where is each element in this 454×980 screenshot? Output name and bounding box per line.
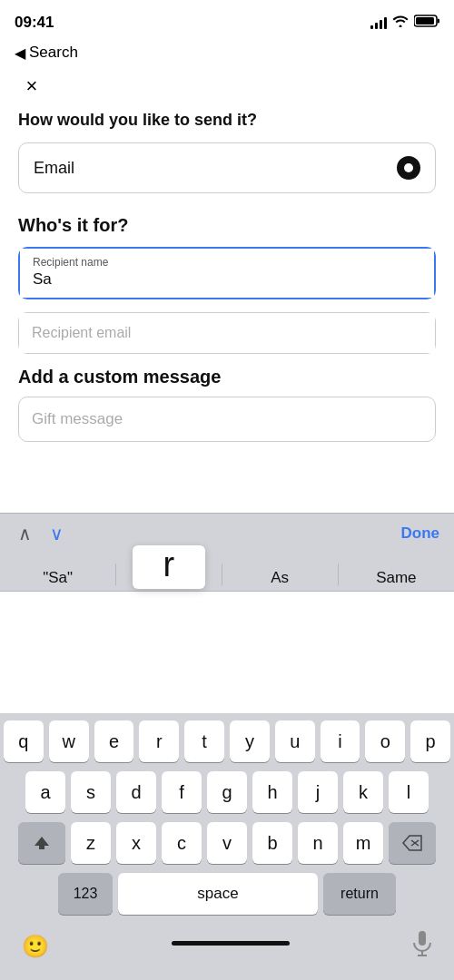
key-numbers[interactable]: 123 <box>58 873 113 915</box>
keyboard: q w e r t y u i o p a s d f g h j k l z … <box>0 713 454 980</box>
custom-message-section: Add a custom message Gift message <box>18 367 436 442</box>
key-w[interactable]: w <box>49 720 89 762</box>
key-t[interactable]: t <box>184 720 224 762</box>
key-z[interactable]: z <box>71 822 111 864</box>
email-label: Email <box>34 159 74 178</box>
status-icons <box>370 15 439 31</box>
battery-icon <box>414 15 439 31</box>
key-v[interactable]: v <box>207 822 247 864</box>
toolbar-done-button[interactable]: Done <box>401 524 440 543</box>
key-h[interactable]: h <box>252 771 292 813</box>
svg-rect-6 <box>419 931 426 946</box>
toolbar-nav: ∧ ∨ <box>15 521 67 546</box>
autocomplete-sa[interactable]: "Sa" <box>0 565 115 591</box>
email-radio[interactable] <box>397 156 420 180</box>
key-a[interactable]: a <box>25 771 65 813</box>
key-b[interactable]: b <box>252 822 292 864</box>
key-p[interactable]: p <box>410 720 450 762</box>
emoji-button[interactable]: 🙂 <box>22 934 49 959</box>
svg-marker-3 <box>35 837 49 849</box>
toolbar-next-btn[interactable]: ∨ <box>46 521 67 546</box>
toolbar-prev-btn[interactable]: ∧ <box>15 521 35 546</box>
wifi-icon <box>392 15 409 31</box>
key-c[interactable]: c <box>162 822 202 864</box>
mic-button[interactable] <box>412 931 432 962</box>
svg-rect-1 <box>438 19 440 24</box>
key-n[interactable]: n <box>298 822 338 864</box>
close-button[interactable]: × <box>18 73 45 100</box>
keyboard-row-1: q w e r t y u i o p <box>4 720 450 762</box>
keyboard-toolbar: ∧ ∨ Done <box>0 513 454 554</box>
recipient-name-label: Recipient name <box>20 249 434 269</box>
recipient-section-label: Who's it for? <box>18 215 436 236</box>
autocomplete-same[interactable]: Same <box>339 565 454 591</box>
key-shift[interactable] <box>18 822 65 864</box>
key-backspace[interactable] <box>389 822 436 864</box>
key-f[interactable]: f <box>162 771 202 813</box>
autocomplete-r[interactable]: r <box>133 545 205 589</box>
status-time: 09:41 <box>15 14 54 32</box>
svg-rect-2 <box>416 17 434 24</box>
key-m[interactable]: m <box>343 822 383 864</box>
keyboard-row-2: a s d f g h j k l <box>4 771 450 813</box>
key-k[interactable]: k <box>343 771 383 813</box>
radio-inner <box>404 163 413 172</box>
nav-bar: ◀ Search <box>0 40 454 69</box>
key-r[interactable]: r <box>139 720 179 762</box>
autocomplete-sep-1 <box>115 564 116 585</box>
email-option[interactable]: Email <box>18 142 436 193</box>
key-return[interactable]: return <box>323 873 396 915</box>
recipient-name-field-container[interactable]: Recipient name <box>18 247 436 299</box>
key-j[interactable]: j <box>298 771 338 813</box>
custom-message-label: Add a custom message <box>18 367 436 387</box>
back-button[interactable]: ◀ Search <box>15 44 78 62</box>
key-x[interactable]: x <box>116 822 156 864</box>
key-o[interactable]: o <box>365 720 405 762</box>
keyboard-row-3: z x c v b n m <box>4 822 450 864</box>
recipient-name-input[interactable] <box>20 269 434 298</box>
home-indicator <box>172 941 290 946</box>
key-space[interactable]: space <box>118 873 318 915</box>
emoji-mic-bar: 🙂 <box>4 924 450 976</box>
key-i[interactable]: i <box>321 720 360 762</box>
recipient-email-field-container[interactable] <box>18 312 436 354</box>
main-content: × How would you like to send it? Email W… <box>0 73 454 442</box>
key-q[interactable]: q <box>4 720 44 762</box>
signal-icon <box>370 16 387 29</box>
back-chevron-icon: ◀ <box>15 44 25 62</box>
autocomplete-bar: "Sa" r As Same <box>0 554 454 592</box>
status-bar: 09:41 <box>0 0 454 40</box>
back-label: Search <box>29 44 78 62</box>
key-g[interactable]: g <box>207 771 247 813</box>
recipient-email-input[interactable] <box>19 313 435 353</box>
key-d[interactable]: d <box>116 771 156 813</box>
keyboard-row-4: 123 space return <box>4 873 450 915</box>
key-e[interactable]: e <box>94 720 134 762</box>
send-question: How would you like to send it? <box>18 111 436 130</box>
key-s[interactable]: s <box>71 771 111 813</box>
gift-message-field[interactable]: Gift message <box>18 397 436 442</box>
autocomplete-as[interactable]: As <box>222 565 338 591</box>
key-y[interactable]: y <box>230 720 270 762</box>
key-u[interactable]: u <box>275 720 315 762</box>
key-l[interactable]: l <box>389 771 429 813</box>
